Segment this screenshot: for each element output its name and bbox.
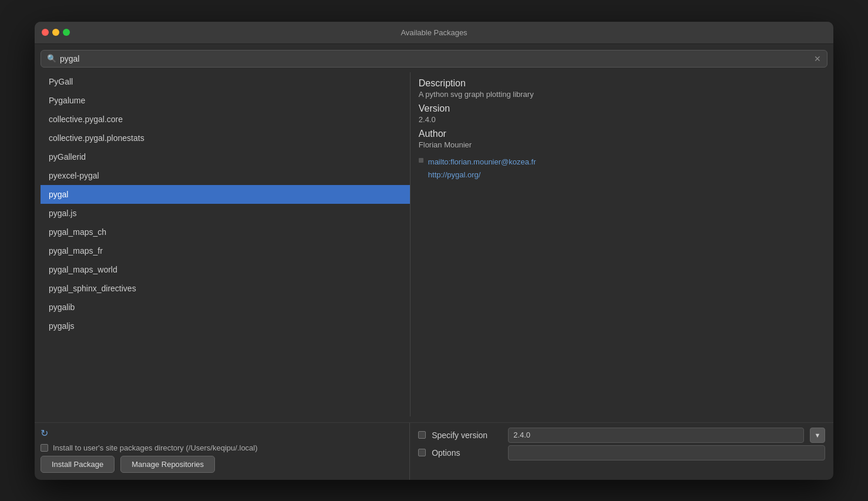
list-item[interactable]: pygal_maps_ch <box>41 223 410 241</box>
detail-panel: Description A python svg graph plotting … <box>411 72 827 416</box>
version-input[interactable] <box>508 428 804 443</box>
buttons-row: Install Package Manage Repositories <box>41 456 403 473</box>
list-item[interactable]: collective.pygal.plonestats <box>41 129 410 147</box>
list-item[interactable]: pygal_sphinx_directives <box>41 279 410 298</box>
install-package-button[interactable]: Install Package <box>41 456 115 473</box>
list-item[interactable]: pyexcel-pygal <box>41 166 410 185</box>
website-link[interactable]: http://pygal.org/ <box>428 169 536 181</box>
refresh-icon[interactable]: ↻ <box>41 428 48 439</box>
divider-dot <box>419 158 423 163</box>
specify-version-row: Specify version ▼ <box>418 428 825 443</box>
package-list-panel: PyGall Pygalume collective.pygal.core co… <box>41 72 411 416</box>
maximize-button[interactable] <box>63 29 70 36</box>
close-button[interactable] <box>42 29 49 36</box>
window-title: Available Packages <box>401 28 467 37</box>
install-to-label: Install to user's site packages director… <box>53 443 258 452</box>
manage-repositories-button[interactable]: Manage Repositories <box>120 456 215 473</box>
main-window: Available Packages 🔍 ✕ PyGall Pygalume c… <box>35 22 833 480</box>
bottom-left: ↻ Install to user's site packages direct… <box>35 423 410 480</box>
version-label: Version <box>419 103 819 114</box>
bottom-right: Specify version ▼ Options <box>410 423 833 480</box>
clear-icon[interactable]: ✕ <box>814 54 821 63</box>
version-dropdown-button[interactable]: ▼ <box>810 428 825 443</box>
package-list: PyGall Pygalume collective.pygal.core co… <box>41 72 410 416</box>
list-item[interactable]: pygal_maps_fr <box>41 241 410 260</box>
options-row: Options <box>418 445 825 460</box>
list-item[interactable]: pygal.js <box>41 204 410 223</box>
description-label: Description <box>419 78 819 89</box>
author-value: Florian Mounier <box>419 140 819 149</box>
traffic-lights <box>42 29 70 36</box>
description-text: A python svg graph plotting library <box>419 90 819 99</box>
install-to-row: Install to user's site packages director… <box>41 443 403 452</box>
list-item[interactable]: collective.pygal.core <box>41 110 410 129</box>
search-input[interactable] <box>60 54 810 63</box>
install-to-checkbox[interactable] <box>41 444 48 452</box>
search-bar: 🔍 ✕ <box>41 50 827 68</box>
specify-version-label: Specify version <box>432 431 502 440</box>
top-content: 🔍 ✕ PyGall Pygalume collective.pygal.cor… <box>35 44 833 422</box>
window-body: 🔍 ✕ PyGall Pygalume collective.pygal.cor… <box>35 44 833 480</box>
options-input[interactable] <box>508 445 825 460</box>
panels: PyGall Pygalume collective.pygal.core co… <box>41 72 827 416</box>
list-item[interactable]: pygal_maps_world <box>41 260 410 279</box>
author-label: Author <box>419 129 819 139</box>
split-bottom: ↻ Install to user's site packages direct… <box>35 422 833 480</box>
title-bar: Available Packages <box>35 22 833 44</box>
options-label: Options <box>432 448 502 458</box>
version-value: 2.4.0 <box>419 115 819 124</box>
list-item[interactable]: PyGall <box>41 72 410 91</box>
options-checkbox[interactable] <box>418 449 426 456</box>
link-row: mailto:florian.mounier@kozea.fr http://p… <box>419 156 819 182</box>
list-item[interactable]: Pygalume <box>41 91 410 110</box>
list-item[interactable]: pyGallerid <box>41 147 410 166</box>
minimize-button[interactable] <box>52 29 59 36</box>
list-item-selected[interactable]: pygal <box>41 185 410 204</box>
list-item[interactable]: pygaljs <box>41 317 410 335</box>
search-icon: 🔍 <box>47 54 56 63</box>
specify-version-checkbox[interactable] <box>418 431 426 439</box>
email-link[interactable]: mailto:florian.mounier@kozea.fr <box>428 156 536 169</box>
list-item[interactable]: pygalib <box>41 298 410 317</box>
